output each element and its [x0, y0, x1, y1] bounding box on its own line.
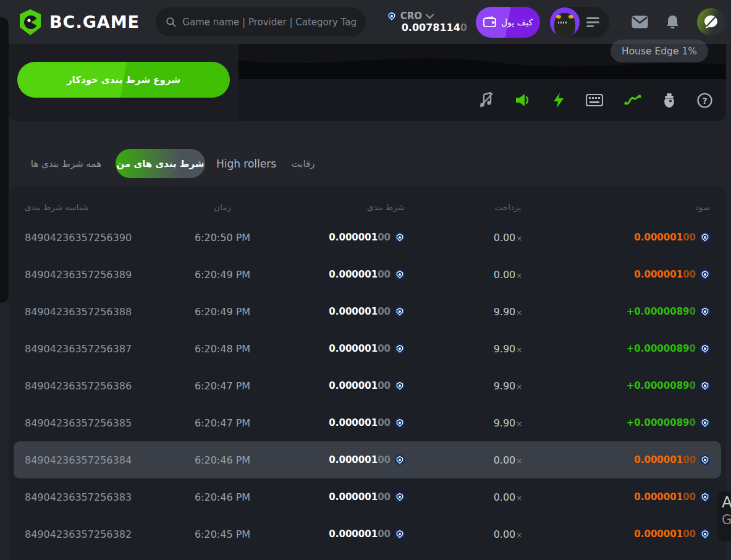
cro-coin-icon [395, 418, 405, 428]
header-bet: شرط بندی [272, 202, 405, 212]
turbo-bet-icon[interactable] [552, 92, 565, 109]
cro-coin-icon [700, 232, 710, 242]
table-row[interactable]: 84904236357256388 6:20:49 PM 0.00000100 … [14, 293, 721, 330]
header-profit: سود [611, 202, 710, 212]
tab-high-rollers[interactable]: High rollers [205, 158, 287, 170]
bet-payout: 0.00× [405, 528, 611, 540]
cro-coin-icon [700, 418, 710, 428]
cro-coin-icon [700, 529, 710, 539]
cro-coin-icon [700, 269, 710, 279]
cro-coin-icon [700, 344, 710, 354]
bell-icon[interactable] [666, 15, 680, 30]
cro-coin-icon [700, 307, 710, 316]
bet-profit: 0.00000100 [611, 454, 710, 465]
brand-logo[interactable]: BC.GAME [17, 9, 140, 36]
wallet-button[interactable]: كيف پول [476, 7, 540, 38]
overlay-line1: A [722, 493, 731, 511]
currency-code: CRO [400, 11, 422, 22]
bet-time: 6:20:47 PM [173, 380, 272, 392]
profile-group [550, 7, 609, 38]
side-drawer-edge[interactable] [0, 17, 9, 303]
cro-coin-icon [395, 492, 405, 502]
bet-amount: 0.00000100 [272, 232, 405, 243]
bet-payout: 9.90× [405, 343, 611, 355]
cro-coin-icon [395, 232, 405, 242]
help-icon[interactable]: ? [697, 93, 712, 108]
bet-time: 6:20:49 PM [173, 269, 272, 281]
bet-id: 84904236357256383 [25, 491, 173, 503]
bet-id: 84904236357256382 [25, 528, 173, 540]
bet-amount: 0.00000100 [272, 417, 405, 428]
bet-time: 6:20:47 PM [173, 417, 272, 429]
hotkeys-icon[interactable] [586, 94, 603, 106]
support-chat-button[interactable] [697, 8, 725, 36]
bet-amount: 0.00000100 [272, 491, 405, 503]
bet-payout: 9.90× [405, 306, 611, 318]
bet-time: 6:20:46 PM [173, 491, 272, 503]
live-stats-icon[interactable] [624, 94, 641, 106]
cro-coin-icon [395, 455, 405, 465]
bet-amount: 0.00000100 [272, 343, 405, 354]
avatar[interactable] [550, 7, 580, 37]
start-autobet-button[interactable]: شروع شرط بندی خودكار [17, 62, 230, 98]
game-search[interactable] [156, 7, 366, 36]
bet-id: 84904236357256387 [25, 343, 173, 355]
table-row[interactable]: 84904236357256390 6:20:50 PM 0.00000100 … [14, 219, 721, 256]
bet-profit: +0.00000890 [611, 343, 710, 354]
page: BC.GAME CRO 0.00781140 كيف پول [0, 0, 731, 560]
table-row[interactable]: 84904236357256387 6:20:48 PM 0.00000100 … [14, 330, 721, 367]
music-off-icon[interactable] [479, 92, 494, 108]
bet-payout: 9.90× [405, 417, 611, 429]
table-row[interactable]: 84904236357256382 6:20:45 PM 0.00000100 … [14, 515, 721, 553]
cro-coin-icon [395, 269, 405, 279]
house-edge-badge: House Edge 1% [611, 40, 708, 62]
bet-time: 6:20:45 PM [173, 528, 272, 540]
bet-id: 84904236357256389 [25, 269, 173, 281]
table-row[interactable]: 84904236357256389 6:20:49 PM 0.00000100 … [14, 256, 721, 293]
avatar-character [554, 13, 575, 37]
clipped-edge-overlay: A G [718, 491, 731, 541]
bet-time: 6:20:46 PM [173, 454, 272, 466]
mail-icon[interactable] [632, 15, 648, 28]
seeds-icon[interactable] [662, 93, 676, 108]
chat-slash-icon [703, 14, 719, 30]
table-row[interactable]: 84904236357256385 6:20:47 PM 0.00000100 … [14, 404, 721, 441]
table-row[interactable]: 84904236357256384 6:20:46 PM 0.00000100 … [14, 441, 721, 478]
game-controls-bar: ? [239, 79, 726, 121]
currency-selector[interactable]: CRO 0.00781140 [387, 11, 467, 33]
cro-coin-icon [700, 381, 710, 391]
overlay-line2: G [722, 512, 731, 527]
cro-coin-icon [395, 529, 405, 539]
bet-payout: 0.00× [405, 491, 611, 503]
bet-profit: +0.00000890 [611, 417, 710, 428]
bet-time: 6:20:48 PM [173, 343, 272, 355]
bet-amount: 0.00000100 [272, 380, 405, 391]
wallet-balance: 0.00781140 [402, 22, 467, 33]
tab-competition[interactable]: رقابت [287, 158, 319, 169]
search-input[interactable] [182, 17, 356, 28]
svg-text:?: ? [702, 95, 707, 105]
bet-payout: 9.90× [405, 380, 611, 392]
tab-all-bets[interactable]: همه شرط بندی ها [17, 158, 116, 169]
bet-payout: 0.00× [405, 454, 611, 466]
bet-payout: 0.00× [405, 269, 611, 281]
wallet-icon [483, 16, 496, 28]
table-body: 84904236357256390 6:20:50 PM 0.00000100 … [9, 219, 726, 553]
bet-payout: 0.00× [405, 232, 611, 244]
brand-name: BC.GAME [49, 12, 140, 32]
tab-my-bets[interactable]: شرط بندی های من [116, 149, 205, 178]
bet-list-icon[interactable] [586, 17, 601, 28]
bet-profit: +0.00000890 [611, 380, 710, 391]
bets-tabs: همه شرط بندی ها شرط بندی های من High rol… [17, 149, 319, 178]
table-row[interactable]: 84904236357256386 6:20:47 PM 0.00000100 … [14, 367, 721, 404]
cro-coin-icon [395, 381, 405, 391]
bet-profit: 0.00000100 [611, 528, 710, 540]
table-row[interactable]: 84904236357256383 6:20:46 PM 0.00000100 … [14, 478, 721, 515]
chevron-down-icon [426, 14, 434, 19]
bet-id: 84904236357256384 [25, 454, 173, 466]
sound-on-icon[interactable] [515, 93, 531, 108]
bets-table: شناسه شرط بندی زمان شرط بندی پرداخت سود … [9, 185, 726, 560]
bet-amount: 0.00000100 [272, 528, 405, 540]
bcgame-logo-icon [17, 9, 43, 36]
cro-coin-icon [395, 344, 405, 354]
